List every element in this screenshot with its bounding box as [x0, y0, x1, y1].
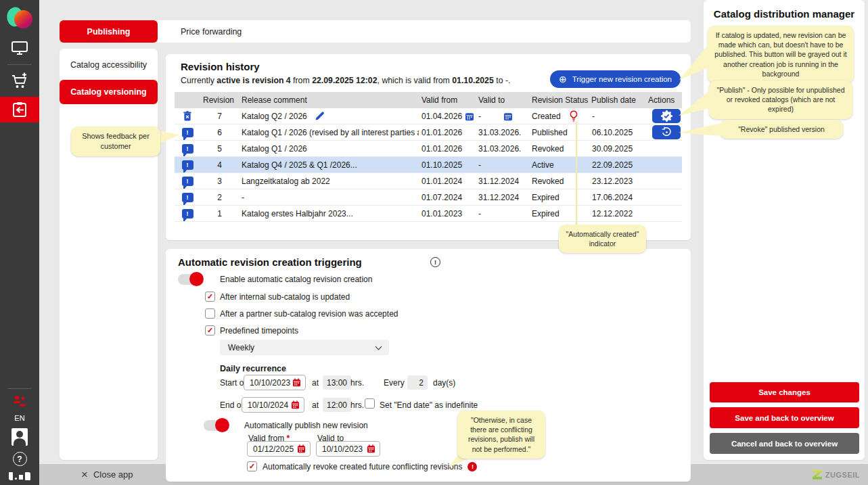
sidebar-item-monitor[interactable]	[11, 40, 28, 56]
table-row-revision-7[interactable]: 7 Katalog Q2 / 2026 01.04.2026 -	[175, 108, 682, 124]
cart-plus-icon	[10, 72, 29, 90]
user-avatar[interactable]	[12, 428, 28, 446]
at-label: at	[312, 377, 319, 388]
avatar-head	[16, 431, 23, 438]
page-title: Catalog distribution manager	[704, 8, 865, 20]
feedback-icon[interactable]: !	[182, 160, 193, 170]
publish-valid-from-input[interactable]: 01/12/2025	[247, 441, 311, 457]
cell-valid-from: 01.01.2026	[419, 124, 476, 140]
cell-valid-to: -	[476, 157, 529, 172]
save-and-back-button[interactable]: Save and back to overview	[710, 407, 859, 428]
nav-item-catalog-versioning[interactable]: Catalog versioning	[60, 80, 158, 104]
close-app-button[interactable]: Close app	[93, 469, 133, 480]
end-time-input[interactable]: 12:00	[323, 398, 351, 412]
after-partner-subcatalog-checkbox[interactable]	[205, 308, 215, 319]
table-row-revision-3[interactable]: ! 3 Langzeitkatalog ab 2022 01.01.2024 3…	[175, 173, 682, 189]
after-internal-subcatalog-label: After internal sub-catalog is updated	[220, 292, 350, 302]
trigger-new-revision-button[interactable]: ⊕ Trigger new revision creation	[550, 70, 681, 88]
cell-status: Expired	[529, 206, 589, 221]
valid-to-calendar-icon[interactable]	[503, 112, 513, 121]
auto-revoke-label: Automatically revoke created future conf…	[262, 462, 462, 471]
cell-valid-to: -	[476, 206, 529, 221]
cell-comment: -	[239, 189, 419, 205]
warning-icon[interactable]: !	[467, 462, 477, 471]
zugseil-brand: ZUGSEIL	[813, 470, 860, 480]
cell-publish-date: 22.09.2025	[589, 157, 645, 172]
cell-publish-date: 30.09.2025	[589, 141, 645, 156]
table-row-revision-4-selected[interactable]: ! 4 Katalog Q4 / 2025 & Q1 /2026... 01.1…	[175, 157, 682, 173]
cell-valid-from: 01.01.2026	[419, 141, 476, 156]
auto-publish-toggle[interactable]	[204, 420, 228, 431]
sidebar-item-catalog-active[interactable]	[0, 97, 39, 122]
auto-revoke-checkbox[interactable]: ✓	[247, 461, 257, 471]
predefined-timepoints-checkbox[interactable]: ✓	[205, 325, 215, 336]
end-date-input[interactable]: 10/10/2024	[242, 397, 304, 413]
calendar-icon[interactable]	[292, 378, 301, 387]
feedback-icon[interactable]: !	[182, 209, 193, 218]
cell-status: Published	[529, 124, 589, 140]
feedback-icon[interactable]: !	[182, 177, 193, 186]
start-time-input[interactable]: 13:00	[323, 375, 351, 390]
cell-status: Expired	[529, 189, 589, 205]
feedback-icon[interactable]: !	[182, 193, 193, 202]
check-icon: ✓	[207, 293, 213, 300]
table-row-revision-6[interactable]: ! 6 Katalog Q1 / 2026 (revised by all in…	[175, 124, 682, 141]
feedback-icon[interactable]: !	[182, 128, 193, 137]
nav-item-catalog-accessibility[interactable]: Catalog accessibility	[60, 53, 158, 77]
app-logo[interactable]	[7, 6, 32, 32]
table-row-revision-1[interactable]: ! 1 Katalog erstes Halbjahr 2023... 01.0…	[175, 206, 682, 222]
customers-icon[interactable]	[12, 395, 28, 408]
every-label: Every	[384, 377, 405, 388]
automatically-created-icon	[570, 110, 578, 122]
days-label: day(s)	[433, 377, 455, 388]
annotation-panel: Catalog distribution manager If catalog …	[704, 0, 865, 460]
edit-comment-icon[interactable]	[315, 111, 325, 121]
sidebar-item-cart[interactable]	[10, 72, 29, 90]
annotation-note-auto-created: "Automatically created" indicator	[559, 225, 646, 253]
table-row-revision-2[interactable]: ! 2 - 01.07.2024 31.12.2024 Expired 17.0…	[175, 189, 682, 206]
calendar-icon[interactable]	[297, 444, 306, 453]
enable-auto-creation-label: Enable automatic catalog revision creati…	[220, 274, 372, 285]
info-icon[interactable]: !	[430, 257, 440, 267]
tab-publishing[interactable]: Publishing	[60, 20, 158, 43]
feedback-icon[interactable]: !	[182, 144, 193, 154]
table-row-revision-5[interactable]: ! 5 Katalog Q1 / 2026 01.01.2026 31.03.2…	[175, 141, 682, 157]
after-internal-subcatalog-checkbox[interactable]: ✓	[205, 292, 215, 302]
calendar-icon[interactable]	[367, 444, 375, 453]
annotation-note-publish: "Publish" - Only possible for unpublishe…	[709, 80, 852, 119]
frequency-select[interactable]: Weekly	[220, 340, 389, 355]
revoke-action-button[interactable]	[652, 125, 681, 139]
annotation-note-revoke: "Revoke" published version	[720, 120, 843, 139]
language-selector[interactable]: EN	[14, 414, 24, 422]
publish-valid-to-input[interactable]: 10/10/2023	[316, 441, 380, 457]
annotation-note-creation: If catalog is updated, new revision can …	[708, 26, 854, 83]
sidebar-divider	[7, 388, 32, 389]
publish-action-button[interactable]	[652, 109, 681, 123]
start-date-input[interactable]: 10/10/2023	[244, 375, 306, 390]
cell-publish-date: 06.10.2025	[589, 124, 645, 140]
clipboard-arrow-icon	[11, 101, 28, 118]
cell-comment: Katalog Q4 / 2025 & Q1 /2026...	[239, 157, 419, 172]
enable-auto-creation-toggle[interactable]	[178, 274, 202, 285]
table-header-row: Revision Release comment Valid from Vali…	[175, 92, 682, 108]
indefinite-end-checkbox[interactable]	[365, 398, 375, 409]
save-changes-button[interactable]: Save changes	[710, 382, 859, 402]
close-icon[interactable]: ×	[81, 468, 88, 482]
daily-recurrence-title: Daily recurrence	[220, 364, 286, 373]
at-label: at	[312, 400, 319, 411]
cell-revision: 2	[200, 189, 239, 205]
cancel-and-back-button[interactable]: Cancel and back to overview	[710, 433, 859, 454]
valid-from-calendar-icon[interactable]	[465, 112, 474, 121]
cell-valid-from: 01.01.2023	[419, 206, 476, 221]
every-days-input[interactable]: 2	[407, 375, 428, 390]
plus-circle-icon: ⊕	[559, 74, 567, 84]
sidebar-bottom-group: EN ?	[7, 388, 32, 485]
col-status: Revision Status	[529, 92, 589, 108]
chevron-down-icon	[375, 343, 382, 350]
avatar-body	[14, 438, 26, 446]
help-icon[interactable]: ?	[13, 452, 27, 466]
cell-status: Created	[529, 108, 589, 124]
delete-revision-icon[interactable]	[183, 111, 192, 121]
tab-price-forwarding[interactable]: Price forwarding	[181, 27, 242, 37]
calendar-icon[interactable]	[291, 400, 300, 409]
